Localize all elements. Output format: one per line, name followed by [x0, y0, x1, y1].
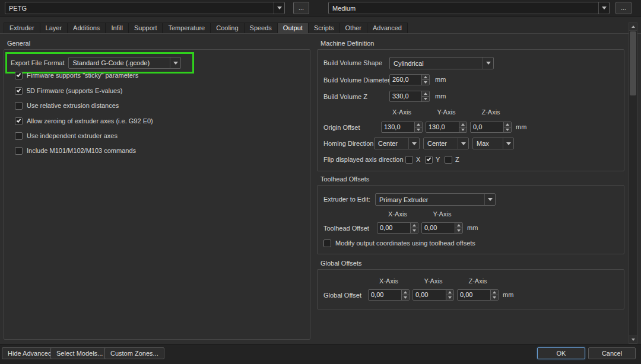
spin-value[interactable]: 260,0 [390, 75, 421, 85]
spin-down-icon[interactable] [459, 127, 467, 132]
spin-up-icon[interactable] [504, 122, 511, 127]
tab-output[interactable]: Output [278, 23, 309, 34]
checkbox-5d-firmware[interactable]: 5D Firmware (supports E-values) [15, 87, 122, 95]
chevron-down-icon[interactable] [458, 138, 468, 149]
spin-down-icon[interactable] [411, 228, 418, 233]
checkbox-box[interactable] [323, 240, 331, 247]
checkbox-box[interactable] [405, 156, 413, 164]
spin-down-icon[interactable] [446, 295, 453, 300]
scrollbar[interactable] [629, 23, 637, 344]
homing-direction-y-select[interactable]: Center [423, 138, 469, 149]
spin-value[interactable]: 0,00 [458, 290, 490, 300]
spin-value[interactable]: 0,00 [422, 223, 455, 233]
spin-up-icon[interactable] [491, 290, 498, 295]
process-more-button[interactable]: ... [293, 2, 309, 14]
spin-up-icon[interactable] [422, 91, 429, 97]
spin-value[interactable]: 330,0 [390, 91, 421, 101]
chevron-down-icon[interactable] [503, 138, 513, 149]
custom-zones-button[interactable]: Custom Zones... [104, 347, 164, 359]
quality-more-button[interactable]: ... [615, 2, 632, 14]
chevron-down-icon[interactable] [170, 58, 180, 68]
export-file-format-select[interactable]: Standard G-Code (.gcode) [68, 57, 181, 69]
tab-extruder[interactable]: Extruder [4, 23, 40, 34]
spin-up-icon[interactable] [422, 75, 429, 80]
spin-value[interactable]: 0,00 [377, 223, 410, 233]
toolhead-offset-y-input[interactable]: 0,00 [421, 222, 463, 234]
checkbox-allow-zeroing[interactable]: Allow zeroing of extruder axes (i.e. G92… [15, 117, 153, 125]
flip-axis-y-checkbox[interactable]: Y [425, 155, 440, 164]
checkbox-box[interactable] [15, 147, 23, 155]
origin-offset-x-input[interactable]: 130,0 [381, 122, 423, 133]
tab-support[interactable]: Support [129, 23, 163, 34]
chevron-down-icon[interactable] [274, 2, 284, 14]
tab-scripts[interactable]: Scripts [309, 23, 340, 34]
chevron-down-icon[interactable] [408, 138, 419, 149]
global-offset-y-input[interactable]: 0,00 [412, 289, 454, 301]
build-volume-shape-select[interactable]: Cylindrical [389, 57, 494, 69]
build-volume-z-input[interactable]: 330,0 [389, 91, 430, 102]
spin-value[interactable]: 0,00 [413, 290, 446, 300]
chevron-down-icon[interactable] [483, 58, 493, 69]
tab-temperature[interactable]: Temperature [163, 23, 211, 34]
spin-down-icon[interactable] [402, 295, 409, 300]
flip-axis-z-checkbox[interactable]: Z [445, 155, 459, 164]
spin-up-icon[interactable] [446, 290, 453, 295]
spin-up-icon[interactable] [402, 290, 409, 295]
checkbox-box[interactable] [15, 102, 23, 110]
spin-down-icon[interactable] [455, 228, 462, 233]
checkbox-box[interactable] [15, 87, 23, 95]
spin-up-icon[interactable] [459, 122, 467, 127]
spin-down-icon[interactable] [415, 127, 422, 132]
select-models-button[interactable]: Select Models... [50, 347, 109, 359]
tab-advanced[interactable]: Advanced [367, 23, 408, 34]
checkbox-modify-output-coordinates[interactable]: Modify output coordinates using toolhead… [323, 239, 475, 247]
spin-down-icon[interactable] [504, 127, 511, 132]
tab-layer[interactable]: Layer [40, 23, 68, 34]
hide-advanced-button[interactable]: Hide Advanced [2, 347, 58, 359]
spin-value[interactable]: 130,0 [426, 122, 459, 132]
spin-up-icon[interactable] [415, 122, 422, 127]
homing-direction-z-select[interactable]: Max [472, 138, 514, 149]
global-offset-z-input[interactable]: 0,00 [457, 289, 499, 301]
tab-infill[interactable]: Infill [106, 23, 129, 34]
checkbox-include-m101-commands[interactable]: Include M101/M102/M103 commands [15, 146, 136, 155]
checkbox-box[interactable] [445, 156, 452, 164]
checkbox-box[interactable] [15, 72, 23, 79]
spin-up-icon[interactable] [455, 223, 462, 228]
checkbox-relative-extrusion[interactable]: Use relative extrusion distances [15, 101, 119, 110]
checkbox-box[interactable] [15, 117, 23, 125]
checkbox-independent-extruder-axes[interactable]: Use independent extruder axes [15, 132, 118, 140]
scrollbar-thumb[interactable] [630, 31, 636, 95]
origin-offset-z-input[interactable]: 0,0 [470, 122, 512, 133]
spin-value[interactable]: 0,00 [369, 290, 401, 300]
spin-value[interactable]: 0,0 [471, 122, 503, 132]
extruder-to-edit-select[interactable]: Primary Extruder [375, 193, 496, 206]
spin-down-icon[interactable] [491, 295, 498, 300]
checkbox-firmware-sticky[interactable]: Firmware supports "sticky" parameters [15, 71, 138, 79]
tab-cooling[interactable]: Cooling [211, 23, 244, 34]
process-select[interactable]: PETG [5, 2, 285, 14]
build-volume-diameter-input[interactable]: 260,0 [389, 74, 430, 85]
spin-down-icon[interactable] [422, 80, 429, 85]
toolhead-offset-x-input[interactable]: 0,00 [377, 222, 418, 234]
checkbox-box[interactable] [425, 156, 433, 164]
scroll-up-icon[interactable] [629, 23, 637, 31]
global-offset-x-input[interactable]: 0,00 [368, 289, 410, 301]
tab-speeds[interactable]: Speeds [245, 23, 278, 34]
chevron-down-icon[interactable] [484, 194, 495, 205]
scroll-down-icon[interactable] [629, 336, 637, 343]
chevron-down-icon[interactable] [598, 2, 609, 14]
footer-bar: Hide Advanced Select Models... Custom Zo… [0, 344, 641, 364]
ok-button[interactable]: OK [537, 347, 585, 359]
spin-down-icon[interactable] [422, 97, 429, 101]
cancel-button[interactable]: Cancel [588, 347, 636, 359]
flip-axis-x-checkbox[interactable]: X [405, 155, 420, 164]
homing-direction-x-select[interactable]: Center [374, 138, 420, 149]
checkbox-box[interactable] [15, 132, 23, 140]
spin-up-icon[interactable] [411, 223, 418, 228]
quality-select[interactable]: Medium [328, 2, 610, 14]
origin-offset-y-input[interactable]: 130,0 [426, 122, 467, 133]
tab-additions[interactable]: Additions [68, 23, 106, 34]
spin-value[interactable]: 130,0 [382, 122, 414, 132]
tab-other[interactable]: Other [340, 23, 368, 34]
